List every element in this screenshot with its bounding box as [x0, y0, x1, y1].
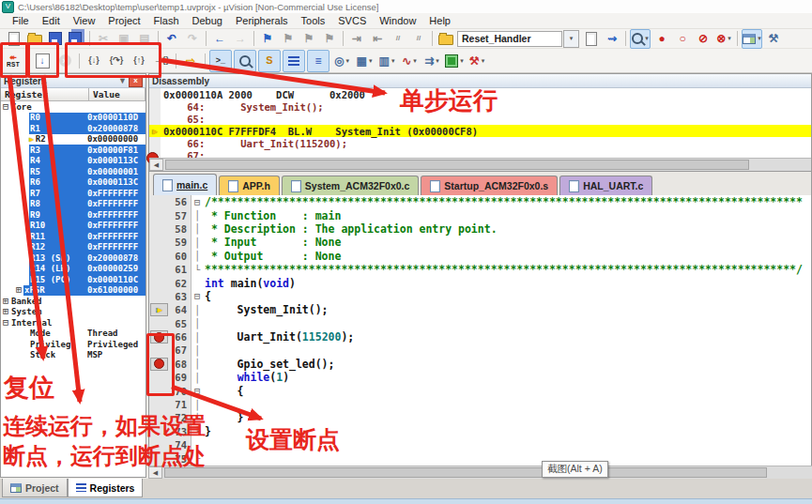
- scroll-left-icon[interactable]: ◀: [148, 466, 162, 479]
- register-row[interactable]: R13 (SP)0x20000878: [1, 252, 146, 264]
- load-application-button[interactable]: [437, 30, 455, 48]
- uncomment-selection-button[interactable]: //: [409, 30, 428, 48]
- code-editor[interactable]: 56⊟/************************************…: [148, 195, 812, 466]
- serial-window-button[interactable]: ▥▾: [376, 51, 397, 71]
- register-row[interactable]: R10x20000878: [1, 123, 146, 134]
- disassembly-gutter[interactable]: ▶: [149, 125, 161, 137]
- enable-disable-breakpoint-button[interactable]: ○: [673, 30, 692, 48]
- disassembly-line[interactable]: 64: System_Init();: [149, 100, 811, 113]
- collapse-icon[interactable]: ⊟: [3, 102, 8, 112]
- breakpoint-gutter[interactable]: [149, 438, 169, 451]
- breakpoint-gutter[interactable]: [149, 208, 169, 221]
- register-row[interactable]: R70xFFFFFFFF: [1, 188, 146, 199]
- register-row[interactable]: R110xFFFFFFFF: [1, 231, 146, 242]
- window-layout-button[interactable]: ▾: [742, 29, 762, 49]
- cut-button[interactable]: ✂: [94, 30, 113, 48]
- breakpoint-gutter[interactable]: [149, 330, 169, 344]
- code-text[interactable]: ****************************************…: [203, 263, 803, 276]
- menu-edit[interactable]: Edit: [36, 15, 67, 26]
- register-row[interactable]: ⊞System: [1, 307, 146, 318]
- find-in-files-button[interactable]: [582, 30, 601, 48]
- breakpoint-gutter[interactable]: [149, 263, 169, 276]
- menu-file[interactable]: File: [6, 15, 36, 26]
- breakpoint-gutter[interactable]: [149, 276, 169, 289]
- register-row[interactable]: R30x00000F81: [1, 145, 146, 156]
- save-all-button[interactable]: [67, 30, 85, 48]
- disassembly-window-button[interactable]: [234, 50, 256, 72]
- new-file-button[interactable]: [5, 30, 23, 48]
- menu-debug[interactable]: Debug: [186, 15, 229, 26]
- show-next-statement-button[interactable]: ⇨: [180, 51, 201, 71]
- code-text[interactable]: * Input : None: [203, 236, 341, 249]
- register-row[interactable]: R50x00000001: [1, 166, 146, 177]
- dropdown-arrow-icon[interactable]: ▾: [345, 57, 349, 65]
- menu-help[interactable]: Help: [422, 15, 457, 26]
- system-viewer-button[interactable]: ▾: [444, 51, 465, 71]
- trace-window-button[interactable]: ⇉▾: [421, 51, 442, 71]
- outdent-button[interactable]: ⇤: [368, 30, 387, 48]
- tab-startup-acm32f0x0-s[interactable]: Startup_ACM32F0x0.s: [421, 176, 558, 195]
- editor-hscrollbar[interactable]: ◀: [148, 466, 812, 479]
- breakpoint-gutter[interactable]: [149, 236, 169, 249]
- code-text[interactable]: * Function : main: [203, 209, 341, 222]
- menu-tools[interactable]: Tools: [295, 15, 332, 26]
- breakpoint-gutter[interactable]: [149, 425, 169, 438]
- insert-breakpoint-button[interactable]: ●: [652, 30, 671, 48]
- disassembly-hscrollbar[interactable]: ◀: [149, 158, 811, 171]
- code-text[interactable]: * Description : The application entry po…: [203, 222, 498, 236]
- registers-window-button[interactable]: [283, 50, 305, 72]
- breakpoint-gutter[interactable]: ▷▶: [149, 303, 169, 316]
- value-column-header[interactable]: Value: [89, 88, 146, 100]
- comment-selection-button[interactable]: //: [389, 30, 407, 48]
- disable-all-breakpoints-button[interactable]: ⊘: [694, 30, 712, 48]
- kill-all-breakpoints-button[interactable]: ⊗▾: [714, 30, 733, 48]
- navigate-back-button[interactable]: ←: [210, 30, 229, 48]
- run-button[interactable]: ↓: [32, 51, 53, 71]
- dropdown-arrow-icon[interactable]: ▾: [369, 57, 373, 65]
- register-row[interactable]: ⊞xPSR0x61000000: [1, 285, 146, 297]
- step-into-button[interactable]: {↓}: [84, 51, 104, 71]
- scrollbar-thumb[interactable]: [165, 160, 749, 170]
- register-row[interactable]: R120xFFFFFFFF: [1, 242, 146, 253]
- tab-app-h[interactable]: APP.h: [219, 176, 280, 195]
- configure-tools-button[interactable]: ⚒: [764, 30, 783, 48]
- step-out-button[interactable]: {↑}: [129, 51, 149, 71]
- register-column-header[interactable]: Register: [1, 88, 89, 100]
- analysis-window-button[interactable]: ∿▾: [399, 51, 420, 71]
- register-row[interactable]: R80xFFFFFFFF: [1, 199, 146, 210]
- breakpoint-gutter[interactable]: [149, 250, 169, 263]
- indent-button[interactable]: ⇥: [347, 30, 366, 48]
- code-text[interactable]: }: [203, 425, 211, 438]
- menu-view[interactable]: View: [67, 15, 102, 26]
- breakpoint-gutter[interactable]: [149, 358, 169, 371]
- fold-marker[interactable]: ⊟: [192, 195, 203, 208]
- redo-button[interactable]: ↷: [183, 30, 202, 48]
- fold-marker[interactable]: ⊟: [192, 384, 203, 397]
- code-text[interactable]: /***************************************…: [203, 195, 803, 208]
- code-text[interactable]: Uart_Init(115200);: [203, 330, 354, 344]
- reset-cpu-button[interactable]: ↞RST: [3, 51, 23, 71]
- breakpoint-gutter[interactable]: [149, 195, 169, 208]
- dropdown-arrow-icon[interactable]: ▾: [460, 57, 464, 65]
- disassembly-gutter[interactable]: [149, 113, 161, 125]
- dropdown-arrow-icon[interactable]: ▾: [482, 57, 485, 65]
- quick-search-dropdown-button[interactable]: ▾: [630, 29, 651, 49]
- dropdown-arrow-icon[interactable]: ▾: [728, 35, 731, 42]
- disassembly-line[interactable]: 65:: [149, 113, 811, 125]
- save-button[interactable]: [46, 30, 65, 48]
- menu-project[interactable]: Project: [101, 15, 146, 26]
- navigate-forward-button[interactable]: →: [231, 30, 250, 48]
- dock-tab-project[interactable]: Project: [2, 479, 68, 497]
- copy-button[interactable]: ▣: [115, 30, 133, 48]
- command-window-button[interactable]: >_: [209, 50, 232, 72]
- register-row[interactable]: ⊟Internal: [1, 317, 146, 328]
- code-text[interactable]: System_Init();: [203, 303, 329, 316]
- register-row[interactable]: R14 (LR)0x00000259: [1, 264, 146, 275]
- code-text[interactable]: }: [203, 411, 244, 424]
- code-text[interactable]: {: [203, 385, 244, 398]
- code-text[interactable]: * Output : None: [203, 250, 341, 263]
- dropdown-arrow-icon[interactable]: ▾: [413, 57, 417, 65]
- toolbox-button[interactable]: ⚒▾: [467, 51, 487, 71]
- run-to-cursor-button[interactable]: →{}: [151, 51, 172, 71]
- scrollbar-thumb[interactable]: [164, 467, 767, 478]
